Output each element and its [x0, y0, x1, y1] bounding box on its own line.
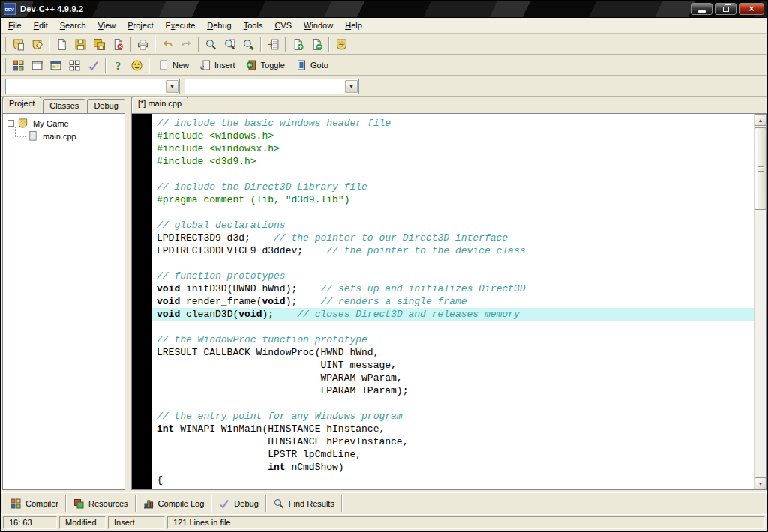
save-button[interactable]	[71, 35, 90, 53]
tree-node-file[interactable]: main.cpp	[3, 130, 124, 142]
collapse-icon[interactable]: -	[8, 120, 14, 127]
code-line[interactable]: LPDIRECT3D9 d3d; // the pointer to our D…	[152, 232, 754, 244]
menu-search[interactable]: Search	[54, 19, 92, 32]
menu-execute[interactable]: Execute	[160, 19, 202, 32]
new-file-button[interactable]	[52, 35, 71, 53]
close-file-button[interactable]	[109, 35, 128, 53]
menu-project[interactable]: Project	[122, 19, 159, 32]
add-file-button[interactable]	[289, 35, 308, 53]
toolbar-grip[interactable]	[4, 58, 6, 73]
help-button[interactable]: ?	[109, 56, 128, 74]
project-tree[interactable]: -My Gamemain.cpp	[2, 113, 125, 490]
code-line[interactable]: LPDIRECT3DDEVICE9 d3ddev; // the pointer…	[152, 244, 754, 257]
file-tab--main-cpp[interactable]: [*] main.cpp	[131, 97, 188, 113]
bookmark-toggle-button[interactable]: Toggle	[241, 56, 290, 74]
editor-gutter[interactable]	[132, 114, 152, 489]
code-line[interactable]: // the WindowProc function prototype	[152, 333, 754, 346]
code-line[interactable]: WPARAM wParam,	[152, 372, 754, 384]
panel-splitter[interactable]	[125, 97, 131, 492]
report-tab-find-results[interactable]: Find Results	[266, 495, 342, 512]
chevron-down-icon[interactable]: ▼	[166, 80, 178, 93]
scrollbar-thumb[interactable]	[754, 127, 766, 210]
open-project-button[interactable]	[28, 35, 46, 53]
code-line[interactable]: int nCmdShow)	[152, 461, 754, 474]
code-line[interactable]: LRESULT CALLBACK WindowProc(HWND hWnd,	[152, 346, 754, 359]
bookmark-new-button[interactable]: New	[152, 56, 194, 74]
code-line[interactable]: #include <d3d9.h>	[152, 155, 754, 168]
find-button[interactable]	[202, 35, 220, 53]
scroll-up-icon[interactable]: ▲	[754, 114, 766, 126]
rebuild-button[interactable]	[65, 56, 84, 74]
code-line[interactable]: int WINAPI WinMain(HINSTANCE hInstance,	[152, 423, 754, 435]
code-line[interactable]: LPARAM lParam);	[152, 384, 754, 397]
menu-file[interactable]: File	[2, 19, 28, 32]
code-line[interactable]: {	[152, 474, 754, 486]
report-tab-debug[interactable]: Debug	[212, 495, 266, 512]
new-project-button[interactable]	[9, 35, 28, 53]
run-button[interactable]	[28, 56, 46, 74]
report-tab-compiler[interactable]: Compiler	[3, 495, 66, 512]
menu-view[interactable]: View	[92, 19, 122, 32]
modified-status: Modified	[59, 516, 106, 529]
code-line[interactable]: // include the Direct3D Library file	[152, 181, 754, 193]
class-combo[interactable]: ▼	[5, 79, 180, 94]
undo-button[interactable]	[158, 35, 177, 53]
tab-debug[interactable]: Debug	[87, 99, 124, 113]
print-button[interactable]	[134, 35, 152, 53]
editor-vertical-scrollbar[interactable]: ▲ ▼	[754, 114, 766, 489]
code-line[interactable]: void cleanD3D(void); // closes Direct3D …	[152, 308, 754, 321]
report-tab-compile-log[interactable]: Compile Log	[136, 495, 212, 512]
tree-node-label[interactable]: My Game	[32, 119, 70, 128]
code-line[interactable]: #pragma comment (lib, "d3d9.lib")	[152, 193, 754, 206]
report-tab-resources[interactable]: Resources	[66, 495, 136, 512]
code-line[interactable]: #include <windowsx.h>	[152, 142, 754, 155]
toolbar-grip[interactable]	[4, 37, 6, 52]
title-bar[interactable]: DEV Dev-C++ 4.9.9.2 ×	[1, 1, 767, 18]
member-combo[interactable]: ▼	[184, 79, 359, 94]
code-editor[interactable]: // include the basic windows header file…	[131, 113, 766, 490]
menu-edit[interactable]: Edit	[28, 19, 54, 32]
about-button[interactable]	[128, 56, 146, 74]
restore-button[interactable]	[715, 3, 736, 15]
compile-button[interactable]	[9, 56, 28, 74]
code-area[interactable]: // include the basic windows header file…	[152, 114, 754, 489]
code-line[interactable]: // global declarations	[152, 219, 754, 232]
code-line[interactable]: void initD3D(HWND hWnd); // sets up and …	[152, 282, 754, 295]
code-line[interactable]	[152, 168, 754, 181]
code-line[interactable]: // the entry point for any Windows progr…	[152, 410, 754, 423]
code-line[interactable]: LPSTR lpCmdLine,	[152, 448, 754, 461]
menu-debug[interactable]: Debug	[201, 19, 237, 32]
bookmark-goto-button[interactable]: Goto	[290, 56, 334, 74]
tab-classes[interactable]: Classes	[43, 99, 86, 113]
menu-window[interactable]: Window	[298, 19, 339, 32]
code-line[interactable]	[152, 397, 754, 410]
menu-help[interactable]: Help	[339, 19, 368, 32]
minimize-button[interactable]	[691, 3, 712, 15]
redo-button[interactable]	[177, 35, 196, 53]
save-all-button[interactable]	[90, 35, 109, 53]
code-line[interactable]: UINT message,	[152, 359, 754, 372]
code-line[interactable]	[152, 206, 754, 219]
syntax-check-button[interactable]	[84, 56, 103, 74]
code-line[interactable]: void render_frame(void); // renders a si…	[152, 295, 754, 308]
code-line[interactable]: #include <windows.h>	[152, 130, 754, 142]
code-line[interactable]	[152, 257, 754, 270]
code-line[interactable]	[152, 321, 754, 333]
scroll-down-icon[interactable]: ▼	[754, 477, 766, 489]
close-button[interactable]: ×	[739, 3, 764, 15]
tab-project[interactable]: Project	[2, 97, 41, 113]
goto-line-button[interactable]	[264, 35, 283, 53]
bookmark-insert-button[interactable]: Insert	[194, 56, 241, 74]
chevron-down-icon[interactable]: ▼	[345, 80, 358, 93]
tree-node-label[interactable]: main.cpp	[41, 132, 78, 141]
replace-button[interactable]	[239, 35, 258, 53]
remove-file-button[interactable]	[308, 35, 326, 53]
compile-run-button[interactable]	[46, 56, 65, 74]
code-line[interactable]: // function prototypes	[152, 270, 754, 282]
menu-tools[interactable]: Tools	[238, 19, 269, 32]
project-properties-button[interactable]	[332, 35, 351, 53]
menu-cvs[interactable]: CVS	[268, 19, 298, 32]
code-line[interactable]: HINSTANCE hPrevInstance,	[152, 435, 754, 448]
find-in-files-button[interactable]	[220, 35, 239, 53]
code-line[interactable]: // include the basic windows header file	[152, 117, 754, 130]
